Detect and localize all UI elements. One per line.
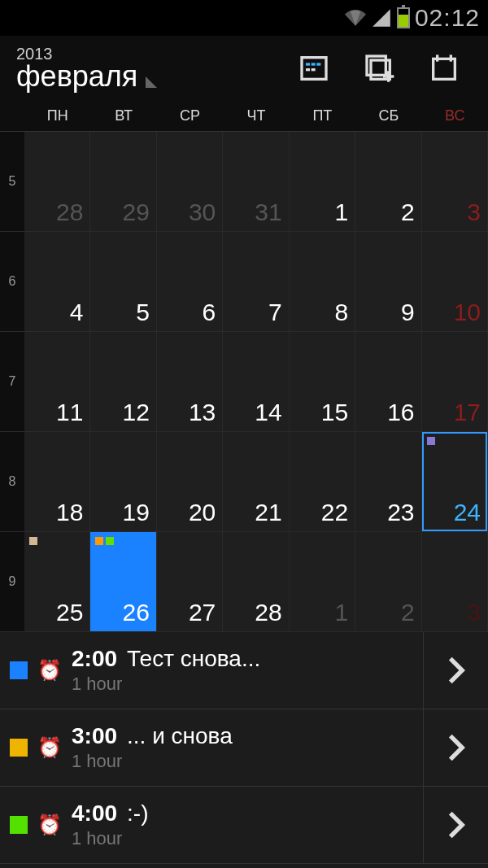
calendar-day[interactable]: 26 xyxy=(90,532,156,632)
day-number: 24 xyxy=(454,499,481,526)
calendar-day[interactable]: 28 xyxy=(24,132,90,232)
day-number: 1 xyxy=(334,198,348,226)
status-clock: 02:12 xyxy=(415,4,480,32)
calendar-day[interactable]: 16 xyxy=(355,332,421,432)
weekday-header: ПН ВТ СР ЧТ ПТ СБ ВС xyxy=(0,101,488,132)
calendar-day[interactable]: 30 xyxy=(157,132,223,232)
calendar-day[interactable]: 12 xyxy=(90,332,156,432)
event-color-chip xyxy=(10,661,28,679)
calendar-day[interactable]: 2 xyxy=(355,532,421,632)
calendar-day[interactable]: 4 xyxy=(24,232,90,332)
calendar-day[interactable]: 10 xyxy=(422,232,488,332)
calendar-day[interactable]: 15 xyxy=(290,332,355,432)
calendar-day[interactable]: 2 xyxy=(355,132,421,232)
day-number: 15 xyxy=(321,399,348,426)
day-number: 6 xyxy=(203,299,216,326)
event-title: Тест снова... xyxy=(127,646,260,672)
calendar-day[interactable]: 22 xyxy=(290,432,355,532)
event-open-button[interactable] xyxy=(423,709,488,786)
calendar-day[interactable]: 31 xyxy=(223,132,289,232)
today-button[interactable] xyxy=(412,36,477,101)
weekday-label: ПТ xyxy=(290,101,355,131)
weekday-label: ВТ xyxy=(90,101,156,131)
calendar-day[interactable]: 21 xyxy=(223,432,289,532)
event-dots xyxy=(427,437,435,445)
day-number: 8 xyxy=(334,299,348,326)
svg-rect-2 xyxy=(312,63,316,65)
status-bar: 02:12 xyxy=(0,0,488,36)
event-row[interactable]: ⏰3:00... и снова1 hour xyxy=(0,709,488,787)
calendar-day[interactable]: 9 xyxy=(355,232,421,332)
weeknum: 7 xyxy=(0,332,24,432)
calendar-day[interactable]: 3 xyxy=(422,132,488,232)
event-duration: 1 hour xyxy=(72,751,423,772)
battery-icon xyxy=(397,7,410,28)
weeknum: 6 xyxy=(0,232,24,332)
calendar-day[interactable]: 25 xyxy=(24,532,90,632)
day-number: 25 xyxy=(56,599,83,626)
weekday-label: ПН xyxy=(24,101,90,131)
view-mode-button[interactable] xyxy=(281,36,346,101)
event-color-chip xyxy=(10,739,28,757)
calendar-day[interactable]: 8 xyxy=(290,232,355,332)
event-text: 4:00:-)1 hour xyxy=(72,800,423,849)
calendar-day[interactable]: 24 xyxy=(422,432,488,532)
screen: 02:12 2013 февраля ПН ВТ СР ЧТ ПТ СБ ВС … xyxy=(0,0,488,868)
event-row[interactable]: ⏰4:00:-)1 hour xyxy=(0,787,488,864)
calendar-day[interactable]: 5 xyxy=(90,232,156,332)
alarm-icon: ⏰ xyxy=(37,736,62,759)
calendar-day[interactable]: 13 xyxy=(157,332,223,432)
calendar-day[interactable]: 7 xyxy=(223,232,289,332)
day-number: 2 xyxy=(401,198,415,226)
calendar-day[interactable]: 1 xyxy=(290,132,355,232)
calendar-day[interactable]: 23 xyxy=(355,432,421,532)
calendar-area: 5 6 7 8 9 282930311234567891011121314151… xyxy=(0,132,488,632)
weekday-label: СБ xyxy=(355,101,421,131)
day-number: 3 xyxy=(467,198,481,226)
weeknum: 5 xyxy=(0,132,24,232)
svg-rect-1 xyxy=(306,63,310,65)
day-number: 19 xyxy=(122,499,149,526)
event-open-button[interactable] xyxy=(423,632,488,709)
calendar-day[interactable]: 1 xyxy=(290,532,355,632)
event-time: 3:00 xyxy=(72,723,117,749)
month-picker[interactable]: 2013 февраля xyxy=(16,46,157,91)
wifi-icon xyxy=(345,7,366,28)
svg-rect-8 xyxy=(434,59,455,79)
calendar-day[interactable]: 27 xyxy=(157,532,223,632)
event-row[interactable]: ⏰2:00Тест снова...1 hour xyxy=(0,632,488,709)
day-number: 28 xyxy=(255,599,281,626)
event-list: ⏰2:00Тест снова...1 hour⏰3:00... и снова… xyxy=(0,632,488,868)
weekday-label: ЧТ xyxy=(223,101,289,131)
weekday-label: ВС xyxy=(422,101,488,131)
day-number: 22 xyxy=(321,499,348,526)
event-duration: 1 hour xyxy=(72,674,423,695)
calendar-day[interactable]: 6 xyxy=(157,232,223,332)
calendar-day[interactable]: 18 xyxy=(24,432,90,532)
calendar-day[interactable]: 17 xyxy=(422,332,488,432)
calendar-day[interactable]: 28 xyxy=(223,532,289,632)
calendar-day[interactable]: 20 xyxy=(157,432,223,532)
day-number: 20 xyxy=(189,499,216,526)
new-event-button[interactable] xyxy=(346,36,412,101)
day-number: 27 xyxy=(189,599,216,626)
day-number: 23 xyxy=(387,499,414,526)
day-number: 11 xyxy=(56,399,83,426)
event-dots xyxy=(95,537,114,545)
event-title: ... и снова xyxy=(127,723,233,749)
alarm-icon: ⏰ xyxy=(37,659,62,682)
event-time: 4:00 xyxy=(72,800,117,827)
event-time: 2:00 xyxy=(72,646,117,672)
svg-rect-5 xyxy=(312,68,316,71)
calendar-day[interactable]: 14 xyxy=(223,332,289,432)
day-number: 2 xyxy=(401,599,415,626)
calendar-day[interactable]: 3 xyxy=(422,532,488,632)
day-number: 9 xyxy=(401,299,415,326)
day-number: 1 xyxy=(334,599,348,626)
weekday-label: СР xyxy=(157,101,223,131)
calendar-day[interactable]: 29 xyxy=(90,132,156,232)
calendar-day[interactable]: 11 xyxy=(24,332,90,432)
calendar-grid: 2829303112345678910111213141516171819202… xyxy=(24,132,488,632)
calendar-day[interactable]: 19 xyxy=(90,432,156,532)
event-open-button[interactable] xyxy=(423,787,488,863)
